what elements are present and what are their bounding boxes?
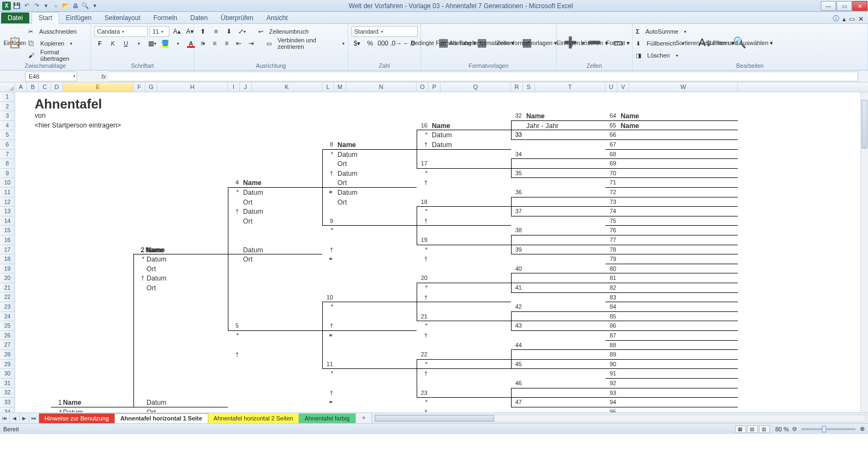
sheet-tab-hinweise[interactable]: Hinweise zur Benutzung xyxy=(39,413,115,423)
col-header-W[interactable]: W xyxy=(629,82,738,92)
font-color-button[interactable]: A xyxy=(186,38,196,49)
orientation-icon[interactable]: ⤢▾ xyxy=(237,26,247,37)
fx-icon[interactable]: fx xyxy=(99,73,108,80)
currency-icon[interactable]: $▾ xyxy=(352,38,362,49)
row-header-1[interactable]: 1 xyxy=(0,92,15,102)
tab-einfuegen[interactable]: Einfügen xyxy=(59,12,98,23)
name-box[interactable]: E48▾ xyxy=(25,72,77,81)
align-top-icon[interactable]: ⬆ xyxy=(197,26,208,37)
sheet-tab-h1[interactable]: Ahnentafel horizontal 1 Seite xyxy=(115,413,208,423)
row-header-25[interactable]: 25 xyxy=(0,321,15,331)
align-center-icon[interactable]: ≡ xyxy=(209,38,219,49)
help-icon[interactable]: ⓘ xyxy=(833,14,839,23)
qat-more-icon[interactable]: ▾ xyxy=(91,2,99,10)
format-painter-button[interactable]: 🖌 Format übertragen xyxy=(28,50,87,61)
percent-icon[interactable]: % xyxy=(365,38,375,49)
minimize-button[interactable]: — xyxy=(821,1,836,11)
row-header-32[interactable]: 32 xyxy=(0,388,15,398)
row-header-23[interactable]: 23 xyxy=(0,302,15,312)
col-header-T[interactable]: T xyxy=(535,82,605,92)
tab-ueberpruefen[interactable]: Überprüfen xyxy=(214,12,260,23)
find-select-button[interactable]: 🔍Suchen und Auswählen ▾ xyxy=(723,25,756,60)
new-icon[interactable]: ▫ xyxy=(52,2,60,10)
col-header-C[interactable]: C xyxy=(39,82,51,92)
cell-styles-button[interactable]: ▦Zellenformatvorlagen ▾ xyxy=(501,25,553,60)
col-header-N[interactable]: N xyxy=(346,82,417,92)
restore-workbook-icon[interactable]: ▭ xyxy=(849,15,855,23)
scroll-thumb[interactable] xyxy=(861,100,867,149)
tab-ansicht[interactable]: Ansicht xyxy=(260,12,294,23)
scroll-thumb[interactable] xyxy=(375,415,494,422)
sheet-tab-farbig[interactable]: Ahnentafel farbig xyxy=(299,413,355,423)
row-header-2[interactable]: 2 xyxy=(0,102,15,112)
row-header-3[interactable]: 3 xyxy=(0,111,15,121)
align-right-icon[interactable]: ≡ xyxy=(222,38,232,49)
col-header-L[interactable]: L xyxy=(322,82,334,92)
row-header-17[interactable]: 17 xyxy=(0,245,15,255)
copy-button[interactable]: ⿻ Kopieren ▾ xyxy=(28,38,87,49)
minimize-ribbon-icon[interactable]: ▴ xyxy=(843,15,846,23)
col-header-H[interactable]: H xyxy=(157,82,228,92)
close-button[interactable]: ✕ xyxy=(852,1,867,11)
col-header-S[interactable]: S xyxy=(523,82,535,92)
shrink-font-icon[interactable]: A▾ xyxy=(184,26,195,37)
paste-button[interactable]: 📋 Einfügen xyxy=(3,25,26,60)
open-icon[interactable]: 📂 xyxy=(62,2,69,10)
horizontal-scrollbar[interactable] xyxy=(374,414,866,422)
normal-view-icon[interactable]: ▦ xyxy=(735,425,746,433)
qat-btn-1[interactable]: ▾ xyxy=(42,2,50,10)
tab-start[interactable]: Start xyxy=(31,12,59,24)
col-header-I[interactable]: I xyxy=(228,82,240,92)
tab-nav-last[interactable]: ⏭ xyxy=(29,414,39,423)
tab-formeln[interactable]: Formeln xyxy=(147,12,184,23)
number-format-combo[interactable]: Standard▾ xyxy=(352,26,418,37)
row-header-18[interactable]: 18 xyxy=(0,254,15,264)
col-header-A[interactable]: A xyxy=(15,82,27,92)
row-header-27[interactable]: 27 xyxy=(0,340,15,350)
autosum-button[interactable]: Σ AutoSumme ▾ xyxy=(636,26,686,37)
row-header-7[interactable]: 7 xyxy=(0,150,15,160)
format-as-table-button[interactable]: ▦Als Tabelle formatieren ▾ xyxy=(465,25,499,60)
row-header-4[interactable]: 4 xyxy=(0,121,15,131)
align-left-icon[interactable]: ≡ xyxy=(197,38,207,49)
tab-nav-prev[interactable]: ◀ xyxy=(10,414,20,423)
decrease-indent-icon[interactable]: ⇤ xyxy=(234,38,244,49)
row-header-34[interactable]: 34 xyxy=(0,407,15,412)
preview-icon[interactable]: 🔍 xyxy=(81,2,89,10)
row-header-10[interactable]: 10 xyxy=(0,178,15,188)
merge-center-button[interactable]: ▭ Verbinden und zentrieren ▾ xyxy=(266,38,344,49)
row-header-22[interactable]: 22 xyxy=(0,292,15,302)
row-header-9[interactable]: 9 xyxy=(0,169,15,178)
wrap-text-button[interactable]: ↩ Zeilenumbruch xyxy=(258,26,309,37)
row-header-31[interactable]: 31 xyxy=(0,379,15,388)
insert-cells-button[interactable]: ➕Einfügen ▾ xyxy=(560,25,582,60)
new-sheet-button[interactable]: ✧ xyxy=(356,413,372,423)
row-header-19[interactable]: 19 xyxy=(0,264,15,274)
close-workbook-icon[interactable]: ✕ xyxy=(858,15,864,23)
col-header-P[interactable]: P xyxy=(429,82,441,92)
row-header-16[interactable]: 16 xyxy=(0,235,15,245)
col-header-G[interactable]: G xyxy=(145,82,157,92)
sheet-tab-h2[interactable]: Ahnentafel horizontal 2 Seiten xyxy=(208,413,299,423)
col-header-K[interactable]: K xyxy=(252,82,322,92)
row-header-33[interactable]: 33 xyxy=(0,398,15,407)
select-all-button[interactable] xyxy=(0,82,15,92)
cells-area[interactable]: Ahnentafel von <hier Startperson eintrag… xyxy=(15,92,860,412)
delete-cells-button[interactable]: ➖Löschen ▾ xyxy=(584,25,605,60)
tab-file[interactable]: Datei xyxy=(1,12,29,23)
page-break-view-icon[interactable]: ▥ xyxy=(759,425,770,433)
thousands-icon[interactable]: 000 xyxy=(378,38,388,49)
row-header-12[interactable]: 12 xyxy=(0,197,15,207)
row-header-30[interactable]: 30 xyxy=(0,369,15,379)
col-header-F[interactable]: F xyxy=(133,82,145,92)
tab-nav-first[interactable]: ⏮ xyxy=(0,414,10,423)
formula-input[interactable] xyxy=(108,72,858,81)
worksheet-grid[interactable]: ABCDEFGHIJKLMNOPQRSTUVW 1234567891011121… xyxy=(0,82,868,412)
tab-daten[interactable]: Daten xyxy=(184,12,214,23)
maximize-button[interactable]: ▭ xyxy=(837,1,852,11)
row-header-6[interactable]: 6 xyxy=(0,140,15,150)
row-header-13[interactable]: 13 xyxy=(0,207,15,216)
col-header-J[interactable]: J xyxy=(240,82,252,92)
col-header-V[interactable]: V xyxy=(617,82,629,92)
cut-button[interactable]: ✂ Ausschneiden xyxy=(28,26,87,37)
